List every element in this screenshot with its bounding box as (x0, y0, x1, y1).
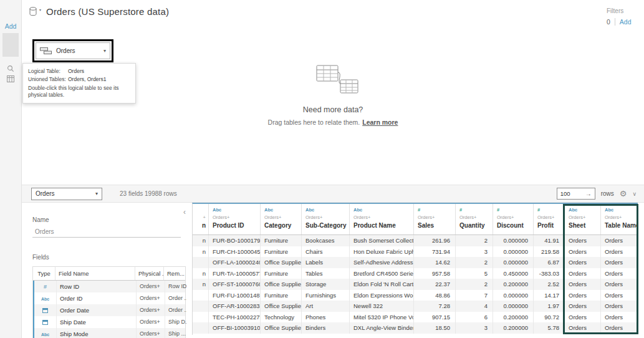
grid-cell: 2 (456, 257, 493, 268)
column-header-category[interactable]: AbcOrders+Category (261, 204, 302, 234)
filters-label: Filters (607, 7, 638, 14)
column-source: Orders+ (497, 215, 533, 220)
field-name-cell: Order Date (57, 304, 137, 316)
column-header-sub-category[interactable]: AbcOrders+Sub-Category (302, 204, 350, 234)
table-selector-value: Orders (36, 190, 55, 197)
field-type (34, 316, 57, 328)
grid-cell: n (193, 246, 209, 258)
chevron-down-icon: ▾ (95, 191, 98, 196)
field-row[interactable]: AbcOrder IDOrders+Order ... (33, 292, 185, 304)
number-icon: # (34, 281, 57, 292)
grid-cell: Tables (302, 268, 350, 279)
column-source: Orders+ (264, 215, 301, 220)
apply-rows-arrow-icon[interactable]: → (585, 190, 595, 197)
grid-cell: Chairs (302, 246, 350, 258)
related-tables-icon (304, 64, 362, 95)
grid-settings-gear-icon[interactable]: ⚙ (620, 189, 627, 198)
add-connection-button[interactable]: Add (0, 22, 21, 30)
column-header-remote[interactable]: Rem... (164, 267, 185, 280)
union-icon (40, 47, 52, 55)
physical-table-cell: Orders+ (137, 292, 165, 304)
column-header-field-name[interactable]: Field Name (55, 267, 135, 280)
filters-count: 0 (607, 18, 610, 26)
grid-cell: 3 (456, 322, 493, 334)
column-source: + (193, 215, 206, 220)
grid-cell: Bookcases (302, 235, 350, 246)
grid-cell: 2 (456, 279, 493, 290)
grid-cell: 731.94 (414, 246, 456, 258)
grid-cell: Newell 322 (350, 301, 414, 312)
grid-cell: TEC-PH-10002275 (209, 312, 261, 323)
search-icon[interactable] (0, 65, 21, 72)
field-type (34, 304, 57, 316)
filters-divider (615, 18, 615, 26)
grid-row: OFF-BI-10003910Office SuppliesBindersDXL… (193, 322, 638, 334)
grid-cell: Orders (601, 235, 638, 246)
grid-cell: 0.000000 (493, 235, 534, 246)
grid-cell: Orders (565, 322, 601, 334)
grid-cell: 5.78 (534, 322, 565, 334)
filters-add-button[interactable]: Add (620, 18, 632, 26)
column-header-product-id[interactable]: AbcOrders+Product ID (209, 204, 261, 234)
grid-cell: 907.15 (414, 312, 456, 323)
grid-cell: 0.200000 (493, 279, 534, 290)
grid-cell: Orders (565, 246, 601, 258)
collapse-grid-chevron-icon[interactable]: ∨ (632, 191, 637, 197)
field-row[interactable]: AbcShip ModeOrders+Ship ... (33, 328, 185, 338)
grid-row: TEC-PH-10002275TechnologyPhonesMitel 532… (193, 312, 638, 323)
grid-cell: Furniture (261, 235, 302, 246)
text-abc-icon: Abc (34, 328, 57, 338)
selection-highlight-box: Orders ▾ (32, 39, 113, 62)
column-header-table-name[interactable]: AbcOrders+Table Name (601, 204, 638, 234)
remote-name-cell: Ship D... (165, 316, 186, 328)
database-icon[interactable] (29, 7, 37, 16)
column-header-n[interactable]: +n (193, 204, 209, 234)
rows-count-input[interactable] (557, 190, 581, 197)
column-name: Category (264, 222, 301, 229)
logical-table-node[interactable]: Orders ▾ (36, 42, 110, 59)
column-header-profit[interactable]: #Orders+Profit (534, 204, 565, 234)
column-header-type[interactable]: Type (33, 267, 55, 280)
grid-cell: Mitel 5320 IP Phone VoIP ph... (350, 312, 414, 323)
field-row[interactable]: Order DateOrders+Order ... (33, 304, 185, 316)
grid-cell: 18.50 (414, 322, 456, 334)
grid-cell: n (193, 235, 209, 246)
tooltip-note: Double-click this logical table to see i… (28, 85, 130, 99)
grid-row: nFUR-TA-10000577FurnitureTablesBretford … (193, 268, 638, 279)
table-name-input[interactable] (32, 227, 181, 238)
column-header-sales[interactable]: #Orders+Sales (414, 204, 456, 234)
column-header-discount[interactable]: #Orders+Discount (493, 204, 534, 234)
grid-cell: 219.58 (534, 246, 565, 258)
column-source: Orders+ (213, 215, 260, 220)
field-row[interactable]: #Row IDOrders+Row ID (33, 281, 185, 292)
grid-cell: 4 (456, 301, 493, 312)
grid-cell: 0.000000 (493, 257, 534, 268)
grid-cell: 7 (456, 290, 493, 301)
grid-cell: -383.03 (534, 268, 565, 279)
database-caret-icon[interactable]: ▾ (39, 7, 41, 12)
grid-cell: FUR-CH-10000454 (209, 246, 261, 258)
grid-cell (193, 257, 209, 268)
column-header-physical[interactable]: Physical ... (135, 267, 164, 280)
learn-more-link[interactable]: Learn more (362, 118, 398, 126)
column-header-sheet[interactable]: AbcOrders+Sheet (565, 204, 601, 234)
grid-cell: Orders (601, 290, 638, 301)
grid-cell: Office Supplies (261, 322, 302, 334)
column-name: n (193, 222, 206, 229)
grid-cell: Eldon Fold 'N Roll Cart System (350, 279, 414, 290)
collapse-panel-icon[interactable]: ‹ (183, 208, 186, 216)
number-icon: # (459, 207, 493, 213)
data-grid-icon[interactable] (0, 75, 21, 82)
left-rail: Add (0, 0, 22, 338)
chevron-down-icon[interactable]: ▾ (103, 48, 106, 54)
text-abc-icon: Abc (213, 207, 260, 213)
grid-cell: Orders (601, 246, 638, 258)
table-selector-dropdown[interactable]: Orders ▾ (31, 188, 102, 200)
grid-cell: Furniture (261, 290, 302, 301)
column-header-quantity[interactable]: #Orders+Quantity (456, 204, 493, 234)
physical-table-cell: Orders+ (137, 304, 165, 316)
column-source: Orders+ (537, 215, 564, 220)
connection-thumbnail[interactable] (2, 33, 19, 57)
column-header-product-name[interactable]: AbcOrders+Product Name (350, 204, 414, 234)
field-row[interactable]: Ship DateOrders+Ship D... (33, 316, 185, 328)
